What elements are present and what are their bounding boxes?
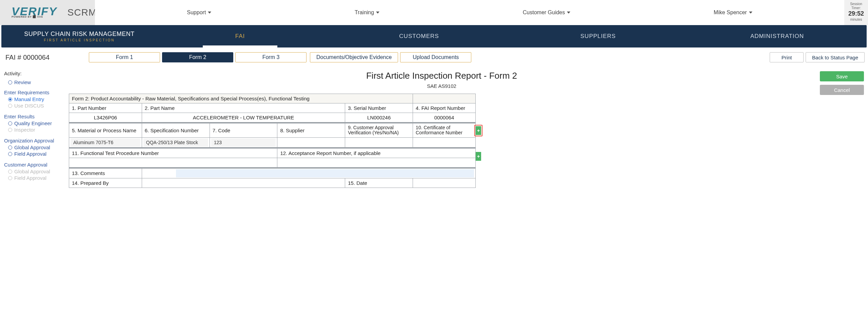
topnav-training[interactable]: Training bbox=[355, 9, 379, 16]
hdr-5: 5. Material or Process Name bbox=[69, 123, 142, 137]
val-14[interactable] bbox=[142, 178, 345, 188]
val-11[interactable] bbox=[69, 158, 277, 168]
opt-cust-field: Field Approval bbox=[4, 175, 63, 181]
cell-code bbox=[210, 137, 277, 148]
radio-icon bbox=[8, 80, 12, 84]
val-3: LN000246 bbox=[345, 113, 413, 123]
cell-comments bbox=[142, 168, 475, 178]
group-title[interactable]: Enter Requirements bbox=[4, 90, 63, 95]
tab-customers[interactable]: CUSTOMERS bbox=[330, 25, 509, 47]
group-title[interactable]: Enter Results bbox=[4, 114, 63, 119]
cancel-button[interactable]: Cancel bbox=[820, 85, 864, 95]
input-code[interactable] bbox=[211, 138, 276, 147]
hdr-8: 8. Supplier bbox=[277, 123, 345, 137]
back-button[interactable]: Back to Status Page bbox=[806, 52, 865, 62]
btn-label: Save bbox=[836, 74, 848, 79]
table-wrap: Form 2: Product Accountability - Raw Mat… bbox=[69, 94, 814, 188]
opt-label: Manual Entry bbox=[14, 96, 44, 102]
form-sub: SAE AS9102 bbox=[69, 83, 814, 89]
form1-button[interactable]: Form 1 bbox=[89, 52, 160, 62]
upload-button[interactable]: Upload Documents bbox=[400, 52, 471, 62]
doc-tabs: Documents/Objective Evidence Upload Docu… bbox=[310, 52, 471, 62]
hdr-10: 10. Certificate of Conformance Number bbox=[413, 123, 476, 137]
timer-label: Session bbox=[844, 2, 868, 6]
mainnav-title: SUPPLY CHAIN RISK MANAGEMENT FIRST ARTIC… bbox=[1, 31, 151, 42]
hdr-15: 15. Date bbox=[345, 178, 413, 188]
btn-label: Cancel bbox=[834, 87, 850, 93]
topnav-guides[interactable]: Customer Guides bbox=[523, 9, 571, 16]
opt-label: Use DISCUS bbox=[14, 103, 44, 109]
hdr-3: 3. Serial Number bbox=[345, 103, 413, 113]
hdr-13: 13. Comments bbox=[69, 168, 142, 178]
val-12[interactable] bbox=[277, 158, 476, 168]
hdr-12: 12. Acceptance Report Number, if applica… bbox=[277, 148, 476, 158]
radio-icon bbox=[8, 152, 12, 156]
sidebar: Activity: Review Enter Requirements Manu… bbox=[4, 71, 63, 188]
save-button[interactable]: Save bbox=[820, 71, 864, 81]
group-cust-approval: Customer Approval Global Approval Field … bbox=[4, 162, 63, 181]
input-supplier[interactable] bbox=[279, 138, 343, 147]
topnav-support[interactable]: Support bbox=[187, 9, 211, 16]
hdr-11: 11. Functional Test Procedure Number bbox=[69, 148, 277, 158]
val-1: L3426P06 bbox=[69, 113, 142, 123]
opt-org-field[interactable]: Field Approval bbox=[4, 151, 63, 157]
mainnav-tabs: FAI CUSTOMERS SUPPLIERS ADMINISTRATION bbox=[151, 25, 867, 47]
cell-coc bbox=[413, 137, 476, 148]
mainnav: SUPPLY CHAIN RISK MANAGEMENT FIRST ARTIC… bbox=[1, 25, 867, 47]
logo-verify: VERIFY POWERED BY ⬛ IVIS bbox=[12, 7, 57, 18]
print-button[interactable]: Print bbox=[770, 52, 804, 62]
documents-button[interactable]: Documents/Objective Evidence bbox=[310, 52, 398, 62]
session-timer: Session Timer: 29:52 minutes bbox=[844, 0, 868, 25]
topnav-label: Customer Guides bbox=[523, 9, 565, 16]
timer-value: 29:52 bbox=[844, 10, 868, 18]
opt-quality-engineer[interactable]: Quality Engineer bbox=[4, 120, 63, 127]
group-org-approval: Organization Approval Global Approval Fi… bbox=[4, 138, 63, 157]
radio-icon bbox=[8, 97, 12, 101]
form-tabs: Form 1 Form 2 Form 3 bbox=[89, 52, 307, 62]
topnav-label: Support bbox=[187, 9, 206, 16]
btn-label: Form 3 bbox=[262, 54, 280, 60]
input-material[interactable] bbox=[71, 138, 140, 147]
radio-icon bbox=[8, 121, 12, 125]
tab-label: SUPPLIERS bbox=[580, 33, 616, 40]
mainnav-title-text: SUPPLY CHAIN RISK MANAGEMENT bbox=[8, 31, 151, 38]
chevron-down-icon bbox=[567, 12, 570, 14]
hdr-9: 9. Customer Approval Verification (Yes/N… bbox=[345, 123, 413, 137]
tab-administration[interactable]: ADMINISTRATION bbox=[688, 25, 867, 47]
opt-review[interactable]: Review bbox=[4, 79, 63, 85]
radio-icon bbox=[8, 170, 12, 174]
chevron-down-icon bbox=[376, 12, 379, 14]
tab-fai[interactable]: FAI bbox=[151, 25, 330, 47]
opt-label: Field Approval bbox=[14, 175, 46, 181]
cell-material bbox=[69, 137, 142, 148]
topnav: Support Training Customer Guides Mike Sp… bbox=[95, 0, 844, 25]
fai-id: FAI # 0000064 bbox=[4, 54, 85, 61]
form-title: First Article Inspection Report - Form 2 bbox=[69, 71, 814, 81]
val-2: ACCELEROMETER - LOW TEMPERATURE bbox=[142, 113, 345, 123]
group-title[interactable]: Organization Approval bbox=[4, 138, 63, 143]
form-main: First Article Inspection Report - Form 2… bbox=[69, 71, 814, 188]
opt-manual-entry[interactable]: Manual Entry bbox=[4, 96, 63, 102]
opt-org-global[interactable]: Global Approval bbox=[4, 144, 63, 151]
val-4: 0000064 bbox=[413, 113, 476, 123]
tab-suppliers[interactable]: SUPPLIERS bbox=[509, 25, 688, 47]
form3-button[interactable]: Form 3 bbox=[235, 52, 307, 62]
group-title[interactable]: Customer Approval bbox=[4, 162, 63, 168]
chevron-down-icon bbox=[749, 12, 752, 14]
input-coc[interactable] bbox=[414, 138, 474, 147]
section-title: Form 2: Product Accountability - Raw Mat… bbox=[69, 94, 413, 103]
cell-cav bbox=[345, 137, 413, 148]
topnav-user[interactable]: Mike Spencer bbox=[714, 9, 752, 16]
val-15[interactable] bbox=[413, 178, 476, 188]
add-row-functional-button[interactable]: + bbox=[476, 152, 481, 161]
logo-scrm: SCRM bbox=[67, 7, 97, 18]
input-spec[interactable] bbox=[143, 138, 208, 147]
body: Activity: Review Enter Requirements Manu… bbox=[0, 67, 868, 191]
form2-button[interactable]: Form 2 bbox=[162, 52, 233, 62]
add-row-materials-button[interactable]: + bbox=[476, 126, 481, 135]
btn-label: Upload Documents bbox=[413, 54, 459, 60]
input-cav[interactable] bbox=[347, 138, 411, 147]
btn-label: Print bbox=[782, 55, 792, 60]
topnav-label: Training bbox=[355, 9, 374, 16]
input-comments[interactable] bbox=[176, 169, 474, 177]
